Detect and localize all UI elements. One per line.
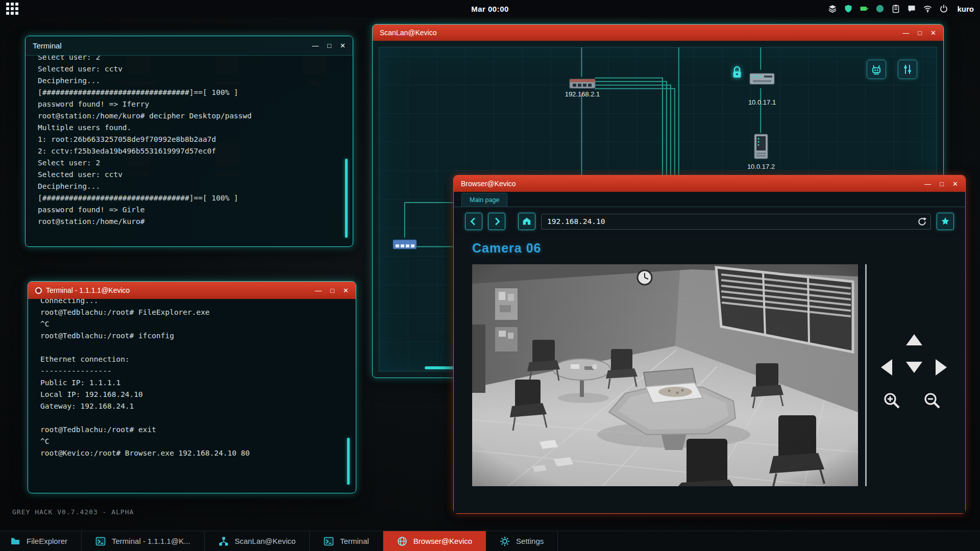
pan-down-button[interactable] bbox=[906, 362, 922, 373]
gear-icon bbox=[500, 536, 510, 546]
bookmark-button[interactable] bbox=[937, 213, 954, 230]
top-bar: Mar 00:00 bbox=[0, 0, 980, 17]
minimize-button[interactable]: — bbox=[312, 42, 318, 49]
taskbar: FileExplorer Terminal - 1.1.1.1@K... Sca… bbox=[0, 531, 980, 551]
taskbar-item-label: Settings bbox=[516, 537, 544, 545]
layers-icon[interactable] bbox=[828, 4, 837, 13]
refresh-icon[interactable] bbox=[917, 216, 927, 229]
browser-window: Browser@Kevico — □ ✕ Main page bbox=[453, 175, 966, 514]
clipboard-icon[interactable] bbox=[891, 4, 900, 13]
browser-toolbar bbox=[454, 207, 965, 236]
username[interactable]: kuro bbox=[957, 5, 974, 13]
chat-icon[interactable] bbox=[907, 4, 916, 13]
map-scan-button[interactable] bbox=[867, 60, 886, 79]
taskbar-item-terminal-remote[interactable]: Terminal - 1.1.1.1@K... bbox=[82, 531, 205, 551]
maximize-button[interactable]: □ bbox=[327, 42, 331, 49]
zoom-out-button[interactable] bbox=[922, 391, 942, 412]
node-ip-label: 192.168.2.1 bbox=[552, 90, 613, 98]
taskbar-item-label: Terminal - 1.1.1.1@K... bbox=[112, 537, 190, 545]
home-icon bbox=[521, 216, 532, 227]
terminal-text: Select user: 2 Selected user: cctv Decip… bbox=[38, 56, 353, 228]
taskbar-item-browser[interactable]: Browser@Kevico bbox=[383, 531, 486, 551]
folder-icon bbox=[10, 536, 20, 546]
terminal-scrollbar[interactable] bbox=[347, 438, 350, 485]
maximize-button[interactable]: □ bbox=[918, 30, 922, 36]
minimize-button[interactable]: — bbox=[924, 181, 931, 187]
terminal-titlebar[interactable]: Terminal — □ ✕ bbox=[26, 36, 353, 56]
window-title: Browser@Kevico bbox=[461, 180, 516, 188]
battery-icon[interactable] bbox=[860, 4, 869, 13]
scanlan-titlebar[interactable]: ScanLan@Kevico — □ ✕ bbox=[373, 24, 943, 41]
camera-scene bbox=[472, 264, 858, 486]
camera-scrollbar[interactable] bbox=[865, 264, 867, 486]
terminal-icon bbox=[95, 536, 106, 546]
terminal-titlebar[interactable]: Terminal - 1.1.1.1@Kevico — □ ✕ bbox=[28, 282, 356, 299]
close-button[interactable]: ✕ bbox=[952, 181, 958, 187]
terminal-output[interactable]: Connecting... root@Tedblachu:/root# File… bbox=[28, 299, 356, 493]
forward-button[interactable] bbox=[488, 213, 505, 230]
node-ip-label: 10.0.17.2 bbox=[730, 163, 792, 170]
minimize-button[interactable]: — bbox=[902, 30, 909, 36]
maximize-button[interactable]: □ bbox=[330, 287, 334, 294]
network-icon bbox=[218, 536, 229, 546]
map-filter-button[interactable] bbox=[898, 60, 917, 79]
pan-up-button[interactable] bbox=[906, 334, 922, 345]
pan-left-button[interactable] bbox=[881, 359, 892, 375]
address-input[interactable] bbox=[541, 214, 931, 230]
robot-icon bbox=[870, 63, 883, 76]
remote-terminal-window: Terminal - 1.1.1.1@Kevico — □ ✕ Connecti… bbox=[28, 281, 356, 493]
taskbar-item-scanlan[interactable]: ScanLan@Kevico bbox=[205, 531, 310, 551]
camera-feed bbox=[472, 264, 858, 486]
terminal-window-icon bbox=[35, 287, 42, 294]
network-node-switch-2[interactable] bbox=[391, 238, 418, 251]
terminal-output[interactable]: Select user: 2 Selected user: cctv Decip… bbox=[26, 56, 353, 246]
terminal-scrollbar[interactable] bbox=[345, 159, 348, 238]
back-button[interactable] bbox=[465, 213, 482, 230]
home-button[interactable] bbox=[518, 213, 535, 230]
browser-tabstrip: Main page bbox=[454, 192, 965, 207]
maximize-button[interactable]: □ bbox=[940, 181, 944, 187]
terminal-text: Connecting... root@Tedblachu:/root# File… bbox=[40, 299, 356, 459]
browser-content: Camera 06 bbox=[454, 236, 965, 513]
minimize-button[interactable]: — bbox=[315, 287, 322, 294]
close-button[interactable]: ✕ bbox=[930, 30, 936, 36]
tab-main-page[interactable]: Main page bbox=[461, 193, 507, 207]
taskbar-item-settings[interactable]: Settings bbox=[486, 531, 558, 551]
network-node-switch[interactable]: 192.168.2.1 bbox=[552, 77, 613, 98]
desktop: FileExplorer Terminal Map Gift.txt passw… bbox=[0, 0, 980, 551]
shield-icon[interactable] bbox=[844, 4, 853, 13]
close-button[interactable]: ✕ bbox=[343, 287, 349, 294]
terminal-window: Terminal — □ ✕ Select user: 2 Selected u… bbox=[25, 36, 353, 247]
chevron-right-icon bbox=[491, 216, 502, 227]
router-device-icon bbox=[749, 71, 775, 86]
server-device-icon bbox=[753, 133, 769, 160]
globe-icon bbox=[397, 536, 407, 546]
wifi-icon[interactable] bbox=[923, 4, 933, 13]
zoom-out-icon bbox=[922, 391, 942, 410]
zoom-in-button[interactable] bbox=[882, 391, 901, 412]
power-icon[interactable] bbox=[939, 4, 948, 13]
network-node-server[interactable]: 10.0.17.2 bbox=[730, 133, 792, 170]
page-title: Camera 06 bbox=[472, 241, 541, 256]
node-ip-label: 10.0.17.1 bbox=[731, 98, 793, 106]
star-icon bbox=[940, 216, 950, 227]
window-title: Terminal bbox=[33, 41, 62, 50]
taskbar-item-label: Browser@Kevico bbox=[413, 537, 472, 545]
close-button[interactable]: ✕ bbox=[340, 42, 346, 49]
address-bar bbox=[541, 214, 931, 230]
switch-device-icon bbox=[393, 238, 417, 251]
terminal-icon bbox=[324, 536, 334, 546]
taskbar-item-fileexplorer[interactable]: FileExplorer bbox=[0, 531, 82, 551]
sliders-icon bbox=[901, 63, 914, 76]
window-title: ScanLan@Kevico bbox=[380, 29, 437, 37]
status-circle-icon[interactable] bbox=[875, 4, 885, 13]
taskbar-item-terminal[interactable]: Terminal bbox=[310, 531, 383, 551]
taskbar-item-label: FileExplorer bbox=[27, 537, 67, 545]
chevron-left-icon bbox=[468, 216, 479, 227]
window-title: Terminal - 1.1.1.1@Kevico bbox=[46, 286, 130, 294]
pan-right-button[interactable] bbox=[936, 359, 947, 375]
taskbar-item-label: Terminal bbox=[340, 537, 369, 545]
browser-titlebar[interactable]: Browser@Kevico — □ ✕ bbox=[454, 176, 965, 192]
game-version-text: GREY HACK V0.7.4203 - ALPHA bbox=[12, 508, 134, 516]
network-node-router[interactable]: 10.0.17.1 bbox=[731, 71, 793, 106]
